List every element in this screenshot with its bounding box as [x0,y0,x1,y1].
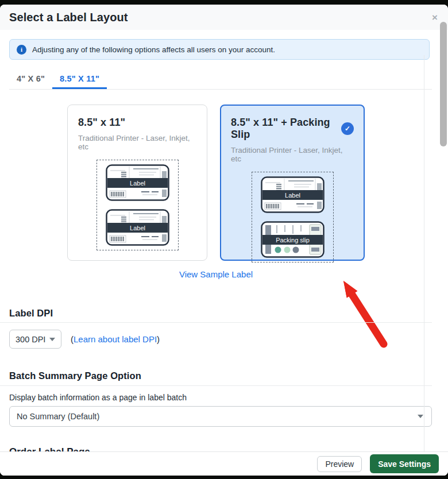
banner-text: Adjusting any of the following options a… [32,45,275,54]
account-warning-banner: i Adjusting any of the following options… [9,39,430,60]
chevron-down-icon [418,415,423,418]
label-sheet-graphic: Label [261,176,325,213]
dpi-dropdown[interactable]: 300 DPI [9,330,61,349]
preview-button[interactable]: Preview [317,456,362,472]
tab-8-5x11[interactable]: 8.5" X 11" [52,70,107,90]
batch-summary-description: Display batch information as a page in l… [9,393,187,402]
dpi-dropdown-value: 300 DPI [16,335,45,344]
modal-footer: Preview Save Settings [0,451,448,476]
section-divider [0,322,432,323]
sheet-outline: Label [96,160,179,250]
label-dpi-heading: Label DPI [9,308,53,319]
chevron-down-icon [49,338,55,341]
card-8-5x11-packing-slip[interactable]: 8.5" x 11" + Packing Slip ✓ Traditional … [220,105,365,261]
info-icon: i [17,45,26,55]
svg-text:Label: Label [130,180,145,187]
selected-check-icon: ✓ [341,122,354,135]
view-sample-label-link[interactable]: View Sample Label [179,269,253,279]
label-sheet-graphic: Label [106,164,169,201]
card-title: 8.5" x 11" + Packing Slip [231,117,341,141]
card-title: 8.5" x 11" [78,117,125,129]
svg-text:Label: Label [285,192,300,199]
modal-body: i Adjusting any of the following options… [0,30,448,476]
svg-text:Packing slip: Packing slip [276,237,310,244]
tabs-divider [9,89,432,90]
batch-summary-dropdown[interactable]: No Summary (Default) [9,406,432,427]
card-8-5x11[interactable]: 8.5" x 11" Traditional Printer - Laser, … [67,105,207,261]
label-sheet-graphic: Label [106,209,169,246]
tab-4x6[interactable]: 4" X 6" [9,70,52,90]
size-tabs: 4" X 6" 8.5" X 11" [9,70,107,90]
annotation-arrow [322,248,402,357]
batch-summary-heading: Batch Summary Page Option [9,370,141,381]
packing-slip-graphic: Packing slip [261,221,325,258]
modal-title: Select a Label Layout [9,11,128,24]
card-subtitle: Traditional Printer - Laser, Inkjet, etc [231,146,354,163]
section-divider [0,385,432,386]
sheet-outline: Label [252,172,334,262]
close-icon[interactable]: × [432,13,438,22]
content-right-border [424,55,424,452]
label-layout-modal: Select a Label Layout × i Adjusting any … [0,5,448,476]
batch-summary-dropdown-value: No Summary (Default) [17,412,99,421]
modal-header: Select a Label Layout × [0,5,448,30]
card-subtitle: Traditional Printer - Laser, Inkjet, etc [78,134,196,151]
save-settings-button[interactable]: Save Settings [370,454,439,473]
svg-text:Label: Label [130,225,145,231]
learn-dpi-text: (Learn about label DPI) [71,334,160,344]
layout-cards: 8.5" x 11" Traditional Printer - Laser, … [0,105,432,261]
learn-dpi-link[interactable]: Learn about label DPI [74,334,157,344]
scrollbar-thumb[interactable] [440,22,447,146]
